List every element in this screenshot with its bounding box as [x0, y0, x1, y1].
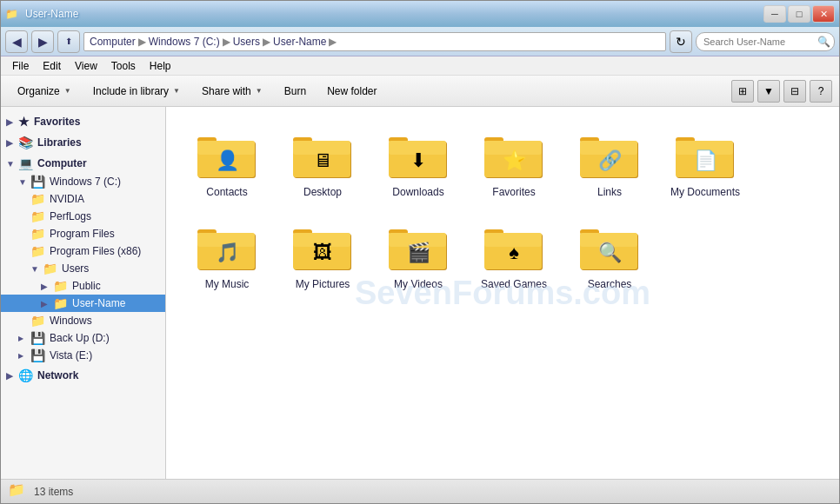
libraries-header[interactable]: ▶ 📚 Libraries — [1, 133, 165, 152]
forward-button[interactable]: ▶ — [31, 30, 54, 53]
network-section: ▶ 🌐 Network — [1, 366, 165, 385]
computer-header[interactable]: ▼ 💻 Computer — [1, 154, 165, 173]
breadcrumb-drive[interactable]: Windows 7 (C:) — [149, 36, 220, 48]
folder-item[interactable]: 📄My Documents — [662, 121, 749, 204]
username-icon: 📁 — [53, 296, 68, 310]
svg-text:♠: ♠ — [509, 242, 519, 263]
drive-c-icon: 💾 — [30, 175, 45, 189]
public-icon: 📁 — [53, 279, 68, 293]
new-folder-label: New folder — [327, 85, 377, 97]
libraries-section: ▶ 📚 Libraries — [1, 133, 165, 152]
folder-name: Downloads — [392, 186, 443, 198]
folder-item[interactable]: 🖼My Pictures — [279, 213, 366, 296]
nvidia-label: NVIDIA — [50, 193, 84, 205]
folder-item[interactable]: 👤Contacts — [183, 121, 270, 204]
preview-pane-button[interactable]: ⊟ — [783, 80, 806, 103]
drive-c-arrow: ▼ — [18, 177, 27, 187]
status-bar: 📁 13 items — [1, 479, 839, 503]
menu-file[interactable]: File — [5, 58, 36, 74]
program-files-x86-icon: 📁 — [30, 244, 45, 258]
help-button[interactable]: ? — [810, 80, 832, 103]
nav-users[interactable]: ▼ 📁 Users — [1, 260, 165, 277]
computer-children: ▼ 💾 Windows 7 (C:) 📁 NVIDIA 📁 PerfLogs 📁 — [1, 173, 165, 364]
nav-program-files-x86[interactable]: 📁 Program Files (x86) — [1, 242, 165, 260]
breadcrumb-computer[interactable]: Computer — [90, 36, 136, 48]
favorites-section: ▶ ★ Favorites — [1, 112, 165, 131]
folder-item[interactable]: 🖥Desktop — [279, 121, 366, 204]
menu-view[interactable]: View — [68, 58, 104, 74]
network-icon: 🌐 — [18, 368, 33, 382]
menu-bar: File Edit View Tools Help — [1, 56, 839, 76]
share-with-label: Share with — [202, 85, 251, 97]
maximize-button[interactable]: □ — [788, 5, 810, 23]
svg-text:🔗: 🔗 — [598, 149, 623, 172]
search-icon[interactable]: 🔍 — [817, 36, 830, 48]
burn-button[interactable]: Burn — [275, 79, 316, 103]
share-with-button[interactable]: Share with ▼ — [192, 79, 273, 103]
include-library-button[interactable]: Include in library ▼ — [83, 79, 190, 103]
minimize-button[interactable]: ─ — [763, 5, 786, 23]
folder-item[interactable]: 🔍Searches — [566, 213, 653, 296]
folder-svg: 🖥 — [291, 127, 354, 182]
breadcrumb-users[interactable]: Users — [233, 36, 260, 48]
folder-item[interactable]: 🎬My Videos — [375, 213, 462, 296]
nav-perflogs[interactable]: 📁 PerfLogs — [1, 208, 165, 225]
organize-label: Organize — [17, 85, 60, 97]
folder-svg: ♠ — [483, 219, 545, 275]
search-input[interactable] — [696, 32, 835, 51]
folder-svg: 🎵 — [196, 219, 258, 275]
title-bar: 📁 User-Name ─ □ ✕ — [1, 1, 839, 27]
menu-tools[interactable]: Tools — [104, 58, 143, 74]
folder-item[interactable]: ♠Saved Games — [470, 213, 557, 296]
window-title: User-Name — [25, 8, 78, 20]
drive-d-arrow: ▶ — [18, 335, 27, 342]
toolbar: Organize ▼ Include in library ▼ Share wi… — [1, 76, 839, 107]
nav-drive-d[interactable]: ▶ 💾 Back Up (D:) — [1, 329, 165, 347]
nav-drive-c[interactable]: ▼ 💾 Windows 7 (C:) — [1, 173, 165, 190]
close-button[interactable]: ✕ — [812, 5, 835, 23]
main-area: ▶ ★ Favorites ▶ 📚 Libraries ▼ 💻 Comput — [1, 107, 839, 479]
favorites-header[interactable]: ▶ ★ Favorites — [1, 112, 165, 131]
folder-item[interactable]: ⬇Downloads — [375, 121, 462, 204]
nav-public[interactable]: ▶ 📁 Public — [1, 277, 165, 295]
folder-svg: 👤 — [196, 127, 258, 182]
view-dropdown-button[interactable]: ▼ — [757, 80, 780, 103]
folder-name: Favorites — [492, 186, 535, 198]
perflogs-icon: 📁 — [30, 209, 45, 223]
organize-button[interactable]: Organize ▼ — [8, 79, 82, 103]
refresh-button[interactable]: ↻ — [670, 30, 692, 53]
folder-name: Desktop — [303, 186, 342, 198]
view-toggle-button[interactable]: ⊞ — [731, 80, 754, 103]
back-button[interactable]: ◀ — [5, 30, 28, 53]
drive-e-icon: 💾 — [30, 348, 45, 362]
program-files-x86-label: Program Files (x86) — [50, 245, 141, 257]
breadcrumb-username[interactable]: User-Name — [273, 36, 326, 48]
folder-item[interactable]: 🎵My Music — [183, 213, 270, 296]
folder-name: My Documents — [670, 186, 740, 198]
breadcrumb-bar[interactable]: Computer ▶ Windows 7 (C:) ▶ Users ▶ User… — [83, 32, 666, 51]
nvidia-icon: 📁 — [30, 192, 45, 206]
status-icon: 📁 — [8, 481, 29, 502]
new-folder-button[interactable]: New folder — [317, 79, 386, 103]
nav-username[interactable]: ▶ 📁 User-Name — [1, 295, 165, 312]
folder-item[interactable]: 🔗Links — [566, 121, 653, 204]
program-files-icon: 📁 — [30, 227, 45, 241]
window-icon: 📁 — [5, 8, 18, 20]
menu-edit[interactable]: Edit — [36, 58, 68, 74]
nav-drive-e[interactable]: ▶ 💾 Vista (E:) — [1, 347, 165, 364]
username-label: User-Name — [72, 297, 125, 309]
network-header[interactable]: ▶ 🌐 Network — [1, 366, 165, 385]
folder-svg: 🔗 — [578, 127, 641, 182]
folder-item[interactable]: ⭐Favorites — [470, 121, 557, 204]
explorer-window: 📁 User-Name ─ □ ✕ ◀ ▶ ⬆ Computer ▶ Windo… — [0, 0, 840, 504]
folder-svg: 🔍 — [578, 219, 641, 275]
menu-help[interactable]: Help — [143, 58, 178, 74]
up-button[interactable]: ⬆ — [57, 30, 80, 53]
svg-text:🎬: 🎬 — [407, 241, 431, 264]
nav-nvidia[interactable]: 📁 NVIDIA — [1, 190, 165, 208]
libraries-arrow: ▶ — [6, 138, 15, 148]
folder-svg: ⬇ — [387, 127, 450, 182]
users-label: Users — [62, 262, 89, 275]
nav-windows[interactable]: 📁 Windows — [1, 312, 165, 329]
nav-program-files[interactable]: 📁 Program Files — [1, 225, 165, 242]
